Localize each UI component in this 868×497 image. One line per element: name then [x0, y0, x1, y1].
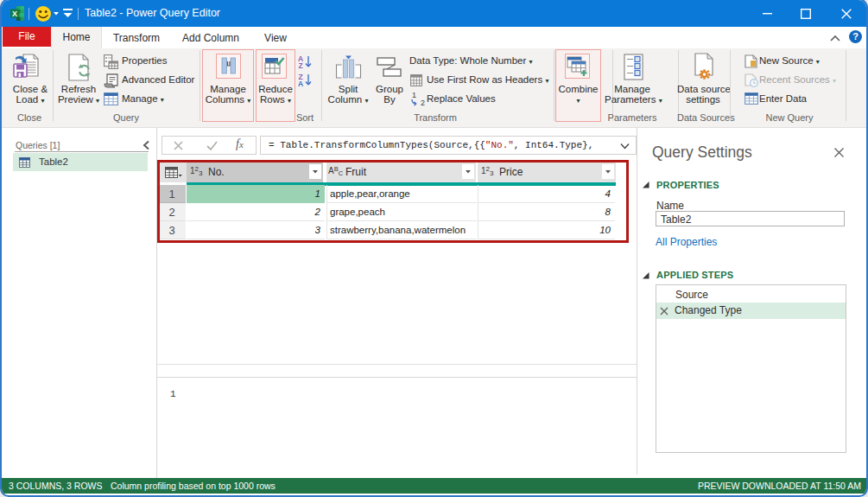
svg-text:1: 1: [412, 91, 416, 99]
svg-text:2: 2: [421, 99, 425, 106]
svg-text:Z: Z: [298, 61, 302, 70]
svg-text:X: X: [12, 10, 17, 18]
svg-text:A: A: [298, 80, 303, 87]
